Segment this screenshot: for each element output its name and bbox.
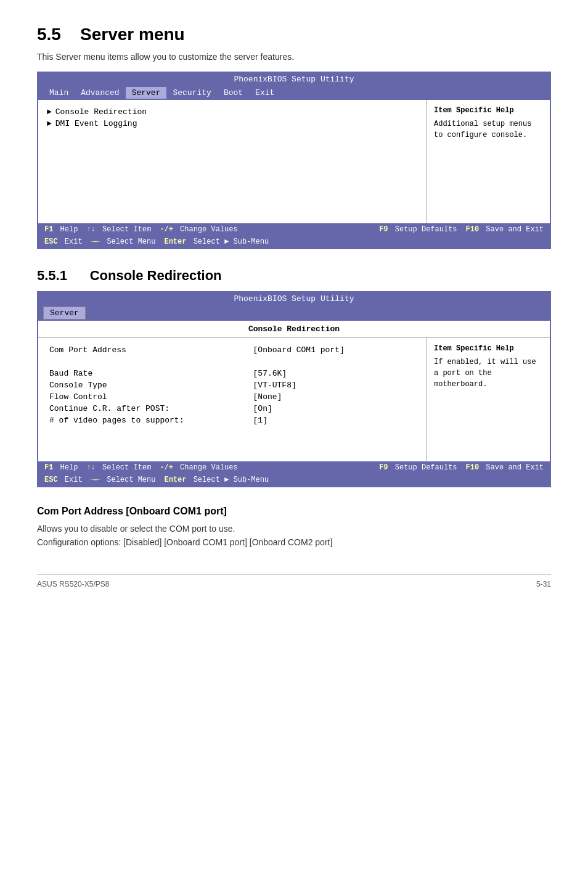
footer-group-left-4: ESC Exit →← Select Menu Enter Select ► S…: [44, 476, 269, 484]
help-text-1: Additional setup menus to configure cons…: [434, 118, 542, 141]
arrow-icon: ►: [47, 107, 52, 117]
footer-item: →← Select Menu: [91, 237, 156, 246]
footer-group-left-3: F1 Help ↑↓ Select Item -/+ Change Values: [44, 463, 238, 472]
table-row: [47, 356, 417, 368]
bios-title-bar-1: PhoenixBIOS Setup Utility: [38, 73, 550, 86]
table-row: Continue C.R. after POST: [On]: [47, 403, 417, 415]
bios-footer-1: F1 Help ↑↓ Select Item -/+ Change Values…: [38, 223, 550, 236]
com-port-title: Com Port Address [Onboard COM1 port]: [37, 506, 551, 517]
bios-main-1: ► Console Redirection ► DMI Event Loggin…: [38, 100, 427, 223]
table-row: Com Port Address [Onboard COM1 port]: [47, 344, 417, 356]
settings-table: Com Port Address [Onboard COM1 port] Bau…: [47, 344, 417, 426]
setting-value[interactable]: [57.6K]: [251, 368, 417, 379]
footer-item: Enter Select ► Sub-Menu: [164, 237, 269, 246]
bios-footer-1b: ESC Exit →← Select Menu Enter Select ► S…: [38, 236, 550, 248]
section-number: 5.5: [37, 25, 61, 44]
subsection-number: 5.5.1: [37, 268, 67, 283]
subsection-title: 5.5.1 Console Redirection: [37, 268, 551, 284]
footer-item: F1 Help: [44, 463, 78, 472]
list-item[interactable]: ► DMI Event Logging: [47, 118, 417, 130]
table-row: Console Type [VT-UTF8]: [47, 379, 417, 391]
com-port-line2: Configuration options: [Disabled] [Onboa…: [37, 537, 332, 547]
footer-item: ↑↓ Select Item: [86, 225, 151, 234]
list-item[interactable]: ► Console Redirection: [47, 106, 417, 118]
setting-value[interactable]: [VT-UTF8]: [251, 379, 417, 391]
bios-help-2: Item Specific Help If enabled, it will u…: [427, 338, 550, 461]
subsection-heading: Console Redirection: [90, 268, 222, 283]
footer-group-left-2: ESC Exit →← Select Menu Enter Select ► S…: [44, 237, 269, 246]
bios-menu-boot[interactable]: Boot: [218, 87, 249, 99]
bios-main-2: Com Port Address [Onboard COM1 port] Bau…: [38, 338, 427, 461]
footer-group-right: F9 Setup Defaults F10 Save and Exit: [379, 225, 544, 234]
bios-body-2: Com Port Address [Onboard COM1 port] Bau…: [38, 338, 550, 461]
table-row: # of video pages to support: [1]: [47, 415, 417, 426]
table-row: Flow Control [None]: [47, 391, 417, 403]
bios-menu-exit[interactable]: Exit: [249, 87, 280, 99]
setting-label: Console Type: [47, 379, 251, 391]
setting-value[interactable]: [None]: [251, 391, 417, 403]
com-port-section: Com Port Address [Onboard COM1 port] All…: [37, 506, 551, 550]
footer-item: F1 Help: [44, 225, 78, 234]
setting-label: Com Port Address: [47, 344, 251, 356]
bios-menu-bar-1: Main Advanced Server Security Boot Exit: [38, 86, 550, 100]
setting-label: Baud Rate: [47, 368, 251, 379]
setting-label: Continue C.R. after POST:: [47, 403, 251, 415]
com-port-line1: Allows you to disable or select the COM …: [37, 524, 235, 534]
setting-value[interactable]: [On]: [251, 403, 417, 415]
section-title: 5.5 Server menu: [37, 25, 551, 44]
setting-label: [47, 356, 251, 368]
table-row: Baud Rate [57.6K]: [47, 368, 417, 379]
footer-item: F10 Save and Exit: [466, 463, 544, 472]
setting-value[interactable]: [1]: [251, 415, 417, 426]
footer-item: ↑↓ Select Item: [86, 463, 151, 472]
footer-item: -/+ Change Values: [160, 463, 237, 472]
server-tab[interactable]: Server: [43, 307, 86, 320]
page-footer: ASUS RS520-X5/PS8 5-31: [37, 574, 551, 588]
footer-item: Enter Select ► Sub-Menu: [164, 476, 269, 484]
section-heading: Server menu: [80, 25, 185, 44]
footer-left: ASUS RS520-X5/PS8: [37, 580, 109, 588]
com-port-desc: Allows you to disable or select the COM …: [37, 522, 551, 550]
footer-item: ESC Exit: [44, 476, 83, 484]
help-title-1: Item Specific Help: [434, 106, 542, 115]
setting-label: # of video pages to support:: [47, 415, 251, 426]
footer-item: -/+ Change Values: [160, 225, 237, 234]
bios-body-1: ► Console Redirection ► DMI Event Loggin…: [38, 100, 550, 223]
help-title-2: Item Specific Help: [434, 344, 542, 353]
bios-menu-server[interactable]: Server: [126, 87, 167, 99]
bios-menu-advanced[interactable]: Advanced: [75, 87, 125, 99]
setting-label: Flow Control: [47, 391, 251, 403]
footer-group-right-3: F9 Setup Defaults F10 Save and Exit: [379, 463, 544, 472]
footer-item: F10 Save and Exit: [466, 225, 544, 234]
footer-item: F9 Setup Defaults: [379, 463, 457, 472]
footer-item: ESC Exit: [44, 237, 83, 246]
bios-title-bar-2: PhoenixBIOS Setup Utility: [38, 292, 550, 305]
footer-group-left: F1 Help ↑↓ Select Item -/+ Change Values: [44, 225, 238, 234]
setting-value[interactable]: [Onboard COM1 port]: [251, 344, 417, 356]
footer-item: F9 Setup Defaults: [379, 225, 457, 234]
intro-paragraph: This Server menu items allow you to cust…: [37, 52, 551, 62]
submenu-header: Console Redirection: [38, 321, 550, 338]
bios-help-1: Item Specific Help Additional setup menu…: [427, 100, 550, 223]
server-tab-bar: Server: [38, 305, 550, 321]
footer-right: 5-31: [536, 580, 551, 588]
entry-label: DMI Event Logging: [55, 119, 137, 128]
bios-menu-security[interactable]: Security: [166, 87, 217, 99]
bios-screen-1: PhoenixBIOS Setup Utility Main Advanced …: [37, 72, 551, 249]
bios-menu-main[interactable]: Main: [43, 87, 75, 99]
bios-screen-2: PhoenixBIOS Setup Utility Server Console…: [37, 291, 551, 487]
bios-footer-2a: F1 Help ↑↓ Select Item -/+ Change Values…: [38, 461, 550, 474]
help-text-2: If enabled, it will use a port on the mo…: [434, 357, 542, 390]
footer-item: →← Select Menu: [91, 476, 156, 484]
arrow-icon: ►: [47, 119, 52, 128]
bios-entries-1: ► Console Redirection ► DMI Event Loggin…: [47, 106, 417, 130]
bios-footer-2b: ESC Exit →← Select Menu Enter Select ► S…: [38, 474, 550, 486]
entry-label: Console Redirection: [55, 107, 147, 117]
